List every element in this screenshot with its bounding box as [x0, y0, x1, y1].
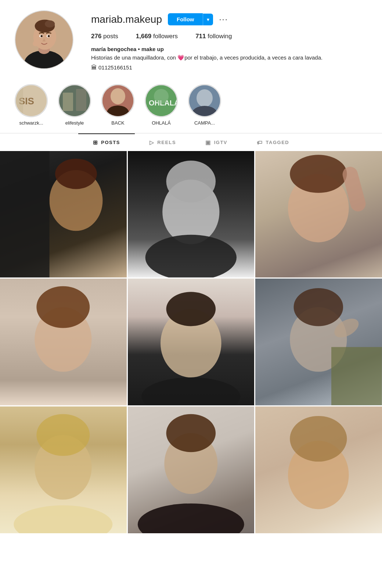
svg-rect-47	[128, 406, 255, 533]
highlight-label-1: schwarzk...	[19, 120, 43, 126]
tabs-row: ⊞ POSTS ▷ REELS ▣ IGTV 🏷 TAGGED	[0, 133, 382, 151]
highlight-item-3[interactable]: BACK	[101, 84, 134, 126]
reels-icon: ▷	[149, 139, 155, 146]
posts-grid	[0, 151, 382, 533]
bio-phone: 01125166151	[98, 64, 132, 71]
tab-tagged[interactable]: 🏷 TAGGED	[242, 133, 304, 151]
svg-rect-43	[331, 347, 382, 405]
svg-point-46	[14, 505, 112, 533]
profile-info: mariab.makeup Follow ▾ ··· 276 posts 1,6…	[91, 10, 367, 71]
highlight-circle-2	[58, 84, 91, 117]
svg-point-48	[164, 433, 217, 494]
svg-point-37	[161, 309, 221, 377]
tab-posts-label: POSTS	[101, 140, 120, 145]
follow-button-group: Follow ▾	[168, 13, 213, 25]
highlight-item-4[interactable]: OHLALÁ OHLALÁ	[145, 84, 178, 126]
stats-row: 276 posts 1,669 followers 711 following	[91, 33, 367, 40]
svg-point-50	[138, 503, 244, 533]
bio-text: Historias de una maquilladora, con 💗por …	[91, 54, 367, 62]
svg-point-36	[36, 286, 90, 328]
highlight-thumbnail-3	[102, 85, 133, 116]
followers-stat: 1,669 followers	[136, 33, 178, 40]
svg-rect-15	[63, 93, 73, 111]
more-options-button[interactable]: ···	[219, 15, 228, 24]
tab-reels-label: REELS	[157, 140, 176, 145]
svg-rect-16	[76, 89, 86, 111]
post-item-7[interactable]	[0, 406, 127, 533]
following-stat: 711 following	[195, 33, 232, 40]
svg-point-26	[50, 170, 103, 231]
svg-point-18	[111, 88, 125, 104]
posts-label: posts	[103, 33, 118, 40]
highlight-item-2[interactable]: elifestyle	[58, 84, 91, 126]
profile-section: mariab.makeup Follow ▾ ··· 276 posts 1,6…	[0, 0, 382, 78]
svg-point-40	[290, 307, 347, 372]
highlight-label-4: OHLALÁ	[152, 120, 170, 126]
following-count: 711	[195, 33, 206, 40]
highlight-circle-3	[101, 84, 134, 117]
svg-rect-34	[341, 165, 367, 213]
posts-stat: 276 posts	[91, 33, 118, 40]
svg-point-52	[290, 416, 347, 462]
svg-point-35	[35, 307, 91, 372]
follow-dropdown-button[interactable]: ▾	[203, 14, 213, 25]
tab-tagged-label: TAGGED	[266, 140, 289, 145]
post-item-1[interactable]	[0, 151, 127, 278]
highlight-label-3: BACK	[111, 120, 124, 126]
highlight-thumbnail-1: SIS	[16, 85, 47, 116]
tagged-icon: 🏷	[257, 139, 263, 146]
post-item-3[interactable]	[255, 151, 382, 278]
post-item-6[interactable]	[255, 279, 382, 405]
username: mariab.makeup	[91, 14, 162, 25]
follow-button[interactable]: Follow	[168, 13, 203, 25]
svg-point-8	[40, 35, 43, 37]
tab-reels[interactable]: ▷ REELS	[135, 133, 191, 151]
profile-top-row: mariab.makeup Follow ▾ ···	[91, 13, 367, 25]
post-item-8[interactable]	[128, 406, 255, 533]
phone-icon: 🏛	[91, 64, 97, 71]
svg-rect-13	[16, 85, 23, 116]
svg-point-44	[35, 435, 91, 499]
svg-point-51	[288, 441, 349, 509]
highlight-label-5: CAMPA...	[194, 120, 215, 126]
highlight-label-2: elifestyle	[65, 120, 84, 126]
svg-point-30	[166, 160, 216, 202]
highlight-circle-4: OHLALÁ	[145, 84, 178, 117]
svg-point-41	[294, 288, 343, 326]
avatar-wrapper	[15, 10, 73, 69]
avatar[interactable]	[15, 10, 73, 69]
svg-point-22	[154, 89, 169, 104]
svg-point-5	[45, 20, 55, 28]
svg-point-33	[290, 155, 347, 193]
svg-point-45	[36, 414, 90, 456]
highlights-section: SIS schwarzk... elifestyle	[0, 78, 382, 133]
followers-count: 1,669	[136, 33, 152, 40]
posts-icon: ⊞	[93, 139, 98, 146]
igtv-icon: ▣	[205, 139, 211, 146]
post-item-2[interactable]	[128, 151, 255, 278]
svg-point-42	[331, 315, 362, 341]
highlight-circle-5	[188, 84, 221, 117]
post-item-9[interactable]	[255, 406, 382, 533]
svg-point-29	[162, 179, 219, 244]
highlight-circle-1: SIS	[15, 84, 48, 117]
highlight-thumbnail-5	[189, 85, 220, 116]
followers-label: followers	[153, 33, 178, 40]
svg-point-27	[55, 158, 97, 189]
svg-point-49	[166, 414, 216, 452]
svg-point-31	[145, 234, 236, 277]
highlight-item-1[interactable]: SIS schwarzk...	[15, 84, 48, 126]
svg-point-38	[166, 292, 216, 326]
tab-igtv[interactable]: ▣ IGTV	[191, 133, 242, 151]
tab-posts[interactable]: ⊞ POSTS	[78, 133, 135, 151]
highlight-thumbnail-2	[59, 85, 90, 116]
svg-point-24	[197, 89, 213, 107]
svg-point-9	[48, 35, 50, 37]
posts-count: 276	[91, 33, 101, 40]
bio-name: maría bengochea • make up	[91, 46, 367, 52]
post-item-5[interactable]	[128, 279, 255, 405]
following-label: following	[208, 33, 232, 40]
tab-igtv-label: IGTV	[214, 140, 227, 145]
post-item-4[interactable]	[0, 279, 127, 405]
highlight-item-5[interactable]: CAMPA...	[188, 84, 221, 126]
